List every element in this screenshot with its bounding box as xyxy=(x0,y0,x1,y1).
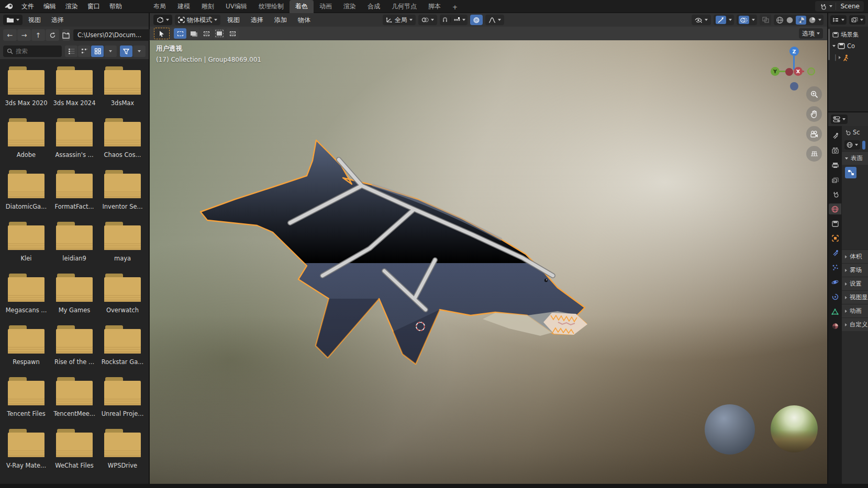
select-mode-invert-button[interactable] xyxy=(213,28,226,39)
vp-menu-object[interactable]: 物体 xyxy=(294,15,315,26)
folder-item[interactable]: Megascans ... xyxy=(2,274,50,325)
folder-item[interactable]: Unreal Proje... xyxy=(98,377,147,429)
folder-item[interactable]: WeChat Files xyxy=(50,429,98,481)
folder-item[interactable]: Chaos Cos... xyxy=(98,118,147,170)
new-folder-button[interactable] xyxy=(62,29,70,41)
nav-refresh-button[interactable] xyxy=(46,29,59,41)
folder-item[interactable]: 3ds Max 2024 xyxy=(50,66,98,118)
tab-constraints[interactable] xyxy=(829,291,841,302)
collapsed-chevron-icon[interactable] xyxy=(839,56,841,59)
folder-item[interactable]: WPSDrive xyxy=(98,429,147,481)
folder-item[interactable]: Assassin's ... xyxy=(50,118,98,170)
editor-type-button[interactable] xyxy=(3,15,23,25)
tab-particles[interactable] xyxy=(829,262,841,273)
shading-material-preview-button[interactable] xyxy=(796,16,806,25)
snap-magnet-button[interactable] xyxy=(442,17,448,23)
select-mode-subtract-button[interactable] xyxy=(200,28,213,39)
nav-back-button[interactable]: ← xyxy=(3,29,17,41)
display-vertical-list-button[interactable] xyxy=(65,46,77,57)
viewport-editor-type-button[interactable] xyxy=(153,15,172,25)
add-workspace-button[interactable]: + xyxy=(447,2,463,13)
tab-modifiers[interactable] xyxy=(829,247,841,258)
settings-panel-header[interactable]: 设置 xyxy=(842,277,868,290)
expand-chevron-icon[interactable] xyxy=(832,45,836,47)
filter-button[interactable] xyxy=(120,46,132,57)
tab-physics[interactable] xyxy=(829,277,841,288)
visibility-dropdown[interactable] xyxy=(692,15,711,25)
navigation-gizmo[interactable]: Z Y X xyxy=(771,44,819,93)
axis-neg-x-ball[interactable] xyxy=(785,68,793,76)
workspace-tab-scripting[interactable]: 脚本 xyxy=(422,0,447,13)
tab-tool[interactable] xyxy=(829,130,841,141)
workspace-tab-animation[interactable]: 动画 xyxy=(314,0,338,13)
select-mode-intersect-button[interactable] xyxy=(226,28,239,39)
surface-panel-header[interactable]: 表面 xyxy=(842,151,868,165)
transform-orientation-dropdown[interactable]: 全局 xyxy=(383,15,416,25)
axis-neg-z-ball[interactable] xyxy=(790,82,798,90)
outliner-armature-row[interactable]: | xyxy=(829,52,868,63)
viewport-display-panel-header[interactable]: 视图显示 xyxy=(842,290,868,304)
menu-render[interactable]: 渲染 xyxy=(61,1,83,12)
show-overlays-button[interactable] xyxy=(739,16,749,24)
fb-menu-view[interactable]: 视图 xyxy=(24,15,46,26)
menu-window[interactable]: 窗口 xyxy=(83,1,105,12)
folder-item[interactable]: TencentMee... xyxy=(50,377,98,429)
workspace-tab-shading[interactable]: 着色 xyxy=(290,0,314,13)
axis-z-ball[interactable]: Z xyxy=(789,47,799,56)
tab-output[interactable] xyxy=(829,160,841,171)
tab-world[interactable] xyxy=(829,203,841,214)
blender-logo-icon[interactable] xyxy=(4,3,14,10)
workspace-tab-compositing[interactable]: 合成 xyxy=(362,0,386,13)
show-gizmo-button[interactable] xyxy=(716,16,726,24)
tab-view-layer[interactable] xyxy=(829,174,841,185)
viewport-canvas[interactable]: 用户透视 (17) Collection | Group48069.001 Z … xyxy=(150,40,827,484)
shading-rendered-button[interactable] xyxy=(808,16,816,24)
folder-item[interactable]: Inventor Se... xyxy=(98,170,147,222)
nav-forward-button[interactable]: → xyxy=(17,29,31,41)
outliner-filter-button[interactable] xyxy=(849,15,865,25)
axis-x-ball[interactable]: X xyxy=(794,67,803,76)
search-field[interactable] xyxy=(3,46,62,57)
workspace-tab-uv[interactable]: UV编辑 xyxy=(220,0,253,13)
menu-edit[interactable]: 编辑 xyxy=(39,1,61,12)
axis-y-ball[interactable]: Y xyxy=(771,67,780,76)
world-name-field[interactable] xyxy=(862,141,865,150)
shading-wireframe-button[interactable] xyxy=(776,16,784,24)
proportional-falloff-dropdown[interactable] xyxy=(485,15,504,25)
nav-up-button[interactable]: ↑ xyxy=(31,29,45,41)
folder-item[interactable]: Adobe xyxy=(2,118,50,170)
tab-render[interactable] xyxy=(829,145,841,156)
tab-collection[interactable] xyxy=(829,218,841,229)
outliner-editor-type-button[interactable] xyxy=(830,15,847,25)
workspace-tab-sculpting[interactable]: 雕刻 xyxy=(196,0,220,13)
vp-menu-view[interactable]: 视图 xyxy=(223,15,244,26)
vp-menu-add[interactable]: 添加 xyxy=(270,15,291,26)
volume-panel-header[interactable]: 体积 xyxy=(842,249,868,263)
mist-panel-header[interactable]: 雾场 xyxy=(842,263,868,277)
menu-help[interactable]: 帮助 xyxy=(105,1,127,12)
folder-item[interactable]: DiatomicGa... xyxy=(2,170,50,222)
snap-settings-dropdown[interactable] xyxy=(450,17,465,22)
tab-scene[interactable] xyxy=(829,189,841,200)
workspace-tab-modeling[interactable]: 建模 xyxy=(172,0,196,13)
folder-item[interactable]: Overwatch xyxy=(98,274,147,325)
folder-item[interactable]: 3dsMax xyxy=(98,66,147,118)
tab-material[interactable] xyxy=(829,321,841,332)
folder-item[interactable]: leidian9 xyxy=(50,222,98,274)
axis-neg-y-ball[interactable] xyxy=(807,67,815,75)
tab-object-data[interactable] xyxy=(829,306,841,317)
zoom-button[interactable] xyxy=(806,86,822,102)
folder-item[interactable]: Klei xyxy=(2,222,50,274)
display-horizontal-list-button[interactable] xyxy=(78,46,91,57)
folder-item[interactable]: Rockstar Ga... xyxy=(98,325,147,377)
search-input[interactable] xyxy=(16,48,52,55)
folder-item[interactable]: Rise of the ... xyxy=(50,325,98,377)
workspace-tab-geometrynodes[interactable]: 几何节点 xyxy=(386,0,422,13)
display-size-dropdown[interactable] xyxy=(104,46,117,57)
filter-settings-dropdown[interactable] xyxy=(133,46,146,57)
folder-item[interactable]: V-Ray Mate... xyxy=(2,429,50,481)
path-field[interactable] xyxy=(73,29,158,41)
camera-view-button[interactable] xyxy=(806,126,822,142)
outliner-scrollbar[interactable] xyxy=(828,29,830,60)
select-mode-set-button[interactable] xyxy=(174,28,186,39)
